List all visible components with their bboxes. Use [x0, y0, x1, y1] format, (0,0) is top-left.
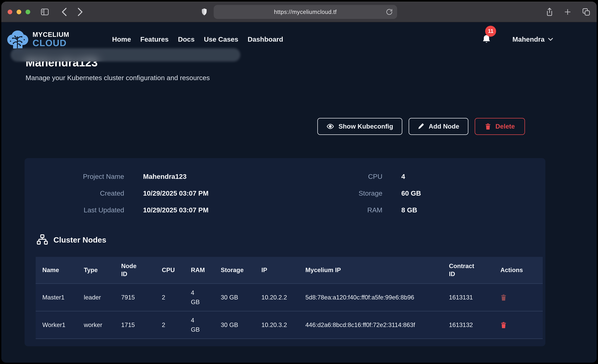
- mycelium-cloud-logo[interactable]: MYCELIUM CLOUD: [6, 29, 69, 50]
- col-cpu: CPU: [155, 257, 184, 284]
- delete-cluster-button[interactable]: Delete: [475, 118, 525, 135]
- cell-cpu: 2: [155, 311, 184, 339]
- cluster-actions-toolbar: Show Kubeconfig Add Node Delete: [1, 118, 597, 135]
- cell-name: Master1: [36, 284, 77, 311]
- col-node-id: Node ID: [115, 257, 155, 284]
- nav-link-use-cases[interactable]: Use Cases: [204, 35, 238, 43]
- site-navbar: MYCELIUM CLOUD Home Features Docs Use Ca…: [1, 22, 597, 55]
- col-actions: Actions: [494, 257, 543, 284]
- ram-value: 8 GB: [382, 206, 545, 214]
- tab-overview-icon[interactable]: [582, 8, 590, 16]
- storage-value: 60 GB: [382, 190, 545, 197]
- nodes-table: Name Type Node ID CPU RAM Storage IP Myc…: [36, 257, 543, 339]
- address-bar[interactable]: https://myceliumcloud.tf: [214, 5, 397, 19]
- cell-ram: 4 GB: [184, 311, 214, 339]
- cluster-info-grid: Project Name Mahendra123 CPU 4 Created 1…: [25, 173, 545, 214]
- page-title: Mahendra123: [25, 56, 597, 69]
- eye-icon: [326, 123, 334, 130]
- cell-storage: 30 GB: [214, 284, 255, 311]
- back-icon[interactable]: [61, 8, 67, 17]
- nav-links: Home Features Docs Use Cases Dashboard: [112, 35, 283, 43]
- navbar-right: 11 Mahendra: [482, 34, 553, 44]
- last-updated-value: 10/29/2025 03:07 PM: [124, 206, 299, 214]
- add-node-label: Add Node: [429, 123, 459, 130]
- delete-label: Delete: [495, 123, 515, 130]
- cell-node-id: 7915: [115, 284, 155, 311]
- cell-mycelium-ip: 446:d2a6:8bcd:8c16:ff0f:72e2:3114:863f: [299, 311, 442, 339]
- col-contract-id: Contract ID: [442, 257, 494, 284]
- nav-link-features[interactable]: Features: [140, 35, 169, 43]
- shield-icon[interactable]: [201, 8, 207, 16]
- nav-link-docs[interactable]: Docs: [178, 35, 195, 43]
- cluster-nodes-title: Cluster Nodes: [53, 235, 106, 244]
- notifications-button[interactable]: 11: [482, 34, 491, 44]
- browser-toolbar: https://myceliumcloud.tf: [1, 2, 597, 22]
- sidebar-toggle-icon[interactable]: [41, 8, 49, 16]
- nav-link-dashboard[interactable]: Dashboard: [248, 35, 283, 43]
- page-subtitle: Manage your Kubernetes cluster configura…: [25, 74, 597, 82]
- delete-node-button[interactable]: [500, 294, 507, 301]
- new-tab-icon[interactable]: [564, 8, 572, 16]
- nav-link-home[interactable]: Home: [112, 35, 131, 43]
- pencil-icon: [418, 123, 424, 130]
- cell-ip: 10.20.3.2: [255, 311, 299, 339]
- cell-type: leader: [77, 284, 115, 311]
- address-bar-group: https://myceliumcloud.tf: [201, 5, 397, 19]
- user-name: Mahendra: [512, 35, 545, 43]
- last-updated-label: Last Updated: [25, 206, 124, 214]
- project-name-label: Project Name: [25, 173, 124, 181]
- cell-contract-id: 1613131: [442, 284, 494, 311]
- col-mycelium-ip: Mycelium IP: [299, 257, 442, 284]
- cell-node-id: 1715: [115, 311, 155, 339]
- notification-badge: 11: [485, 26, 496, 37]
- cell-actions: [494, 284, 543, 311]
- cell-ip: 10.20.2.2: [255, 284, 299, 311]
- page-content: MYCELIUM CLOUD Home Features Docs Use Ca…: [1, 22, 597, 363]
- col-storage: Storage: [214, 257, 255, 284]
- table-row: Worker1 worker 1715 2 4 GB 30 GB 10.20.3…: [36, 311, 543, 339]
- brand-line2: CLOUD: [33, 39, 69, 48]
- cluster-header: Mahendra123 Manage your Kubernetes clust…: [1, 55, 597, 82]
- table-row: Master1 leader 7915 2 4 GB 30 GB 10.20.2…: [36, 284, 543, 311]
- url-text: https://myceliumcloud.tf: [274, 9, 337, 15]
- delete-node-button[interactable]: [500, 321, 507, 329]
- zoom-window-button[interactable]: [25, 10, 30, 14]
- project-name-value: Mahendra123: [124, 173, 299, 181]
- col-ram: RAM: [184, 257, 214, 284]
- network-icon: [37, 234, 48, 245]
- brand-wordmark: MYCELIUM CLOUD: [33, 31, 69, 48]
- chevron-down-icon: [548, 38, 553, 41]
- show-kubeconfig-label: Show Kubeconfig: [338, 123, 393, 130]
- cluster-details-card: Project Name Mahendra123 CPU 4 Created 1…: [25, 158, 545, 346]
- trash-icon: [500, 321, 507, 329]
- cell-ram: 4 GB: [184, 284, 214, 311]
- cell-actions: [494, 311, 543, 339]
- col-ip: IP: [255, 257, 299, 284]
- browser-actions: [546, 8, 590, 17]
- nodes-table-wrap: Name Type Node ID CPU RAM Storage IP Myc…: [36, 257, 534, 339]
- minimize-window-button[interactable]: [17, 10, 21, 14]
- reload-icon[interactable]: [386, 8, 393, 16]
- user-menu[interactable]: Mahendra: [512, 35, 553, 43]
- close-window-button[interactable]: [8, 10, 12, 14]
- cpu-label: CPU: [299, 173, 382, 181]
- add-node-button[interactable]: Add Node: [409, 118, 468, 135]
- col-type: Type: [77, 257, 115, 284]
- cluster-nodes-heading: Cluster Nodes: [37, 234, 545, 245]
- share-icon[interactable]: [546, 8, 553, 17]
- created-label: Created: [25, 190, 124, 197]
- trash-icon: [500, 294, 507, 301]
- created-value: 10/29/2025 03:07 PM: [124, 190, 299, 197]
- cell-name: Worker1: [36, 311, 77, 339]
- table-header-row: Name Type Node ID CPU RAM Storage IP Myc…: [36, 257, 543, 284]
- cell-mycelium-ip: 5d8:78ea:a120:f40c:ff0f:a5fe:99e6:8b96: [299, 284, 442, 311]
- window-controls: [8, 10, 30, 14]
- show-kubeconfig-button[interactable]: Show Kubeconfig: [317, 118, 402, 135]
- col-name: Name: [36, 257, 77, 284]
- forward-icon[interactable]: [77, 8, 83, 17]
- storage-label: Storage: [299, 190, 382, 197]
- ram-label: RAM: [299, 206, 382, 214]
- cell-cpu: 2: [155, 284, 184, 311]
- brand-line1: MYCELIUM: [33, 31, 69, 38]
- cell-storage: 30 GB: [214, 311, 255, 339]
